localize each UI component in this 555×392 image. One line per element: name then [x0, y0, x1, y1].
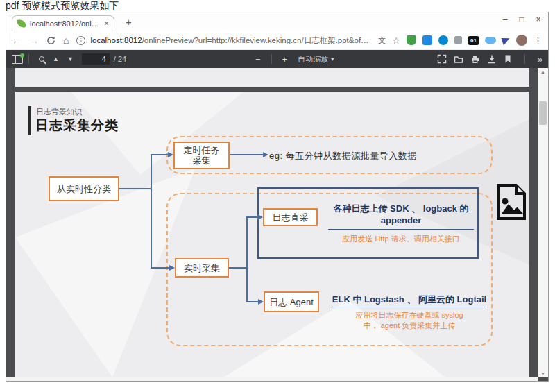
zoom-mode-select[interactable]: 自动缩放 — [298, 54, 328, 65]
open-file-icon[interactable] — [454, 54, 463, 64]
blue-extension-icon[interactable] — [422, 35, 432, 45]
url-host: localhost:8012 — [90, 36, 142, 44]
connector-line — [151, 267, 170, 269]
reload-icon[interactable] — [46, 36, 56, 45]
back-icon[interactable]: ← — [12, 35, 22, 46]
tab-strip: localhost:8012/onlinePreview? × + – □ × — [6, 12, 548, 31]
more-tools-button[interactable]: » — [538, 54, 543, 65]
cloud-extension-icon[interactable] — [485, 37, 496, 44]
pdf-viewer-content: 日志背景知识 日志采集分类 各种日志上传 SDK 、 logback 的 app… — [6, 68, 548, 381]
tab-close-icon[interactable]: × — [104, 19, 109, 28]
page-up-icon[interactable]: ▲ — [49, 56, 63, 62]
zoom-out-button[interactable]: − — [250, 54, 266, 65]
agent-note-line1: 应用将日志保存在硬盘或 syslog — [355, 311, 463, 319]
page-number-input[interactable] — [82, 53, 110, 65]
previous-page-fragment — [15, 68, 529, 87]
window-maximize-button[interactable]: □ — [515, 15, 529, 24]
arrowhead-icon — [169, 265, 175, 271]
bookmark-star-icon[interactable]: ☆ — [392, 35, 400, 46]
kkfileview-favicon-icon — [17, 19, 26, 28]
node-scheduled-line2: 采集 — [193, 155, 211, 166]
profile-avatar[interactable] — [516, 35, 527, 46]
node-scheduled-line1: 定时任务 — [184, 145, 220, 155]
slide-title: 日志采集分类 — [35, 117, 119, 135]
scroll-up-icon[interactable]: ▲ — [538, 69, 548, 74]
title-accent-bar — [28, 106, 31, 135]
arrowhead-icon — [263, 152, 268, 157]
sidebar-toggle-icon[interactable] — [12, 55, 23, 64]
badge-01-extension-icon[interactable]: 01 — [468, 36, 479, 45]
connector-line — [246, 301, 259, 302]
arrowhead-icon — [258, 299, 264, 305]
zoom-controls: − + 自动缩放 ▾ — [250, 54, 334, 65]
connector-line — [119, 188, 151, 189]
status-green-dot — [20, 53, 24, 58]
connector-line — [151, 154, 169, 155]
agent-note-line2: 中， agent 负责采集并上传 — [364, 321, 456, 330]
scrollbar-thumb[interactable] — [539, 101, 547, 125]
horizontal-scrollbar[interactable] — [6, 377, 538, 381]
page-down-icon[interactable]: ▼ — [63, 56, 78, 62]
direct-title-line1: 各种日志上传 SDK 、 logback 的 — [333, 203, 468, 214]
page-caption: pdf 预览模式预览效果如下 — [6, 0, 119, 12]
pdf-tools: » — [437, 54, 543, 65]
menu-icon[interactable]: ⋮ — [533, 35, 543, 46]
gray-extension-icon[interactable] — [454, 36, 462, 44]
agent-title: ELK 中 Logstash 、 阿里云的 Logtail — [326, 293, 493, 306]
node-root: 从实时性分类 — [49, 176, 119, 201]
tab-title: localhost:8012/onlinePreview? — [30, 19, 100, 28]
node-direct: 日志直采 — [263, 208, 318, 226]
connector-line — [229, 267, 247, 269]
search-icon[interactable] — [39, 56, 44, 62]
print-icon[interactable] — [470, 54, 480, 64]
window-close-button[interactable]: × — [531, 15, 545, 24]
direct-divider — [328, 229, 474, 230]
bookmark-icon[interactable] — [504, 54, 512, 64]
browser-tab[interactable]: localhost:8012/onlinePreview? × — [12, 15, 114, 31]
download-icon[interactable] — [487, 54, 497, 64]
node-scheduled: 定时任务 采集 — [173, 142, 230, 169]
connector-line — [246, 216, 258, 218]
direct-detail: 各种日志上传 SDK 、 logback 的 appender 应用发送 Htt… — [328, 203, 474, 244]
url-path: /onlinePreview?url=http://kkfileview.kek… — [142, 36, 371, 44]
window-minimize-button[interactable]: – — [498, 15, 512, 24]
zoom-caret-icon[interactable]: ▾ — [331, 56, 334, 62]
connector-line — [151, 154, 152, 269]
scheduled-example-text: eg: 每五分钟从数据源批量导入数据 — [269, 150, 417, 162]
browser-actions: 文 ☆ 01 ⋮ — [378, 35, 543, 46]
plane-extension-icon[interactable] — [502, 35, 511, 45]
forward-icon[interactable]: → — [29, 35, 39, 46]
pdf-toolbar: ▲ ▼ / 24 − + 自动缩放 ▾ — [6, 50, 548, 68]
connector-line — [230, 154, 264, 155]
direct-note: 应用发送 Http 请求、调用相关接口 — [328, 234, 474, 244]
url-text[interactable]: localhost:8012/onlinePreview?url=http://… — [90, 35, 370, 46]
arrowhead-icon — [257, 214, 263, 220]
page-total-label: / 24 — [114, 55, 126, 63]
presentation-mode-icon[interactable] — [437, 54, 447, 64]
node-agent: 日志 Agent — [264, 291, 319, 312]
scroll-down-icon[interactable]: ▼ — [538, 371, 548, 376]
pdf-page: 日志背景知识 日志采集分类 各种日志上传 SDK 、 logback 的 app… — [15, 92, 529, 377]
slide-eyebrow: 日志背景知识 — [36, 107, 82, 117]
node-realtime: 实时采集 — [175, 258, 229, 278]
omnibox[interactable]: i localhost:8012/onlinePreview?url=http:… — [76, 35, 370, 46]
arrowhead-icon — [168, 152, 173, 157]
site-info-icon[interactable]: i — [76, 36, 85, 45]
zoom-in-button[interactable]: + — [278, 54, 293, 65]
new-tab-button[interactable]: + — [126, 16, 132, 28]
shield-extension-icon[interactable] — [407, 35, 416, 45]
home-icon[interactable]: ⌂ — [63, 35, 69, 46]
circle-extension-icon[interactable] — [438, 35, 448, 45]
vertical-scrollbar[interactable]: ▲ ▼ — [538, 68, 548, 377]
connector-line — [246, 216, 248, 302]
direct-title-line2: appender — [381, 215, 422, 225]
translate-icon[interactable]: 文 — [378, 35, 386, 46]
image-file-icon — [495, 183, 527, 221]
address-toolbar: ← → ⌂ i localhost:8012/onlinePreview?url… — [6, 31, 548, 50]
browser-window: localhost:8012/onlinePreview? × + – □ × … — [6, 12, 549, 382]
agent-note: 应用将日志保存在硬盘或 syslog 中， agent 负责采集并上传 — [326, 310, 493, 331]
